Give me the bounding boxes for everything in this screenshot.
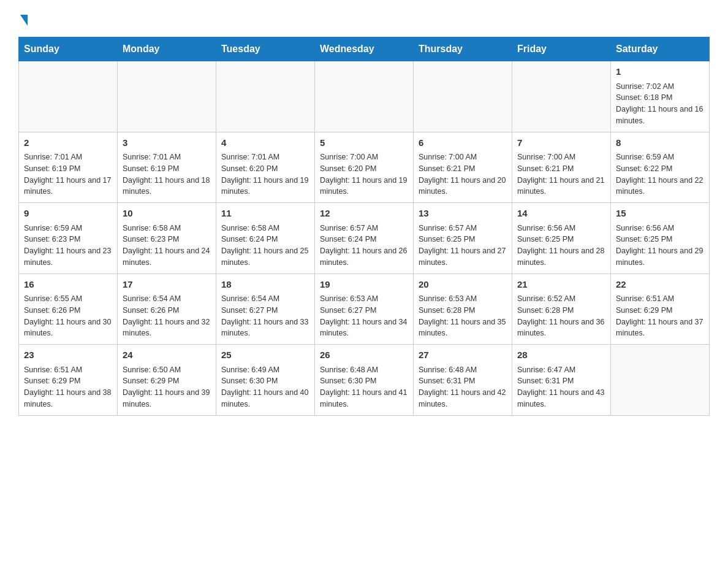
day-info: Sunrise: 7:00 AM Sunset: 6:21 PM Dayligh… — [517, 151, 605, 197]
day-number: 17 — [123, 278, 211, 292]
day-number: 22 — [616, 278, 704, 292]
weekday-header-row: SundayMondayTuesdayWednesdayThursdayFrid… — [19, 37, 710, 61]
calendar-cell: 28Sunrise: 6:47 AM Sunset: 6:31 PM Dayli… — [512, 345, 611, 416]
day-number: 8 — [616, 136, 704, 150]
calendar-cell: 17Sunrise: 6:54 AM Sunset: 6:26 PM Dayli… — [118, 274, 216, 345]
calendar-cell — [512, 61, 611, 132]
day-info: Sunrise: 7:00 AM Sunset: 6:20 PM Dayligh… — [320, 151, 408, 197]
calendar-cell: 10Sunrise: 6:58 AM Sunset: 6:23 PM Dayli… — [118, 203, 216, 274]
day-number: 16 — [24, 278, 112, 292]
day-info: Sunrise: 6:54 AM Sunset: 6:26 PM Dayligh… — [123, 293, 211, 339]
day-number: 23 — [24, 348, 112, 362]
day-info: Sunrise: 6:59 AM Sunset: 6:22 PM Dayligh… — [616, 151, 704, 197]
weekday-header-sunday: Sunday — [19, 37, 118, 61]
calendar-cell: 22Sunrise: 6:51 AM Sunset: 6:29 PM Dayli… — [611, 274, 710, 345]
calendar-cell: 4Sunrise: 7:01 AM Sunset: 6:20 PM Daylig… — [216, 132, 315, 203]
day-number: 11 — [221, 207, 309, 221]
day-info: Sunrise: 6:52 AM Sunset: 6:28 PM Dayligh… — [517, 293, 605, 339]
calendar-cell: 5Sunrise: 7:00 AM Sunset: 6:20 PM Daylig… — [315, 132, 414, 203]
calendar-cell: 16Sunrise: 6:55 AM Sunset: 6:26 PM Dayli… — [19, 274, 118, 345]
day-info: Sunrise: 6:57 AM Sunset: 6:25 PM Dayligh… — [419, 223, 507, 269]
calendar-cell: 14Sunrise: 6:56 AM Sunset: 6:25 PM Dayli… — [512, 203, 611, 274]
calendar-cell: 23Sunrise: 6:51 AM Sunset: 6:29 PM Dayli… — [19, 345, 118, 416]
day-number: 5 — [320, 136, 408, 150]
day-number: 18 — [221, 278, 309, 292]
calendar-cell: 25Sunrise: 6:49 AM Sunset: 6:30 PM Dayli… — [216, 345, 315, 416]
calendar-cell: 15Sunrise: 6:56 AM Sunset: 6:25 PM Dayli… — [611, 203, 710, 274]
day-info: Sunrise: 6:51 AM Sunset: 6:29 PM Dayligh… — [616, 293, 704, 339]
calendar-cell: 24Sunrise: 6:50 AM Sunset: 6:29 PM Dayli… — [118, 345, 216, 416]
calendar-cell: 2Sunrise: 7:01 AM Sunset: 6:19 PM Daylig… — [19, 132, 118, 203]
day-info: Sunrise: 6:57 AM Sunset: 6:24 PM Dayligh… — [320, 223, 408, 269]
day-info: Sunrise: 6:59 AM Sunset: 6:23 PM Dayligh… — [24, 223, 112, 269]
calendar-table: SundayMondayTuesdayWednesdayThursdayFrid… — [18, 37, 710, 416]
week-row-2: 9Sunrise: 6:59 AM Sunset: 6:23 PM Daylig… — [19, 203, 710, 274]
calendar-cell: 26Sunrise: 6:48 AM Sunset: 6:30 PM Dayli… — [315, 345, 414, 416]
day-number: 6 — [419, 136, 507, 150]
day-number: 27 — [419, 348, 507, 362]
logo — [18, 12, 28, 25]
calendar-cell: 8Sunrise: 6:59 AM Sunset: 6:22 PM Daylig… — [611, 132, 710, 203]
day-number: 14 — [517, 207, 605, 221]
calendar-cell: 27Sunrise: 6:48 AM Sunset: 6:31 PM Dayli… — [414, 345, 512, 416]
day-number: 1 — [616, 65, 704, 79]
week-row-3: 16Sunrise: 6:55 AM Sunset: 6:26 PM Dayli… — [19, 274, 710, 345]
calendar-cell: 12Sunrise: 6:57 AM Sunset: 6:24 PM Dayli… — [315, 203, 414, 274]
day-info: Sunrise: 6:56 AM Sunset: 6:25 PM Dayligh… — [517, 223, 605, 269]
day-info: Sunrise: 7:01 AM Sunset: 6:20 PM Dayligh… — [221, 151, 309, 197]
day-number: 3 — [123, 136, 211, 150]
day-info: Sunrise: 6:58 AM Sunset: 6:24 PM Dayligh… — [221, 223, 309, 269]
day-info: Sunrise: 6:54 AM Sunset: 6:27 PM Dayligh… — [221, 293, 309, 339]
day-info: Sunrise: 6:51 AM Sunset: 6:29 PM Dayligh… — [24, 364, 112, 410]
weekday-header-tuesday: Tuesday — [216, 37, 315, 61]
calendar-cell: 9Sunrise: 6:59 AM Sunset: 6:23 PM Daylig… — [19, 203, 118, 274]
day-info: Sunrise: 6:49 AM Sunset: 6:30 PM Dayligh… — [221, 364, 309, 410]
day-number: 26 — [320, 348, 408, 362]
week-row-1: 2Sunrise: 7:01 AM Sunset: 6:19 PM Daylig… — [19, 132, 710, 203]
calendar-cell — [216, 61, 315, 132]
day-info: Sunrise: 6:48 AM Sunset: 6:30 PM Dayligh… — [320, 364, 408, 410]
calendar-cell: 7Sunrise: 7:00 AM Sunset: 6:21 PM Daylig… — [512, 132, 611, 203]
logo-arrow-icon — [20, 15, 28, 26]
calendar-cell: 3Sunrise: 7:01 AM Sunset: 6:19 PM Daylig… — [118, 132, 216, 203]
day-info: Sunrise: 6:56 AM Sunset: 6:25 PM Dayligh… — [616, 223, 704, 269]
calendar-cell: 13Sunrise: 6:57 AM Sunset: 6:25 PM Dayli… — [414, 203, 512, 274]
day-number: 13 — [419, 207, 507, 221]
day-info: Sunrise: 7:00 AM Sunset: 6:21 PM Dayligh… — [419, 151, 507, 197]
week-row-4: 23Sunrise: 6:51 AM Sunset: 6:29 PM Dayli… — [19, 345, 710, 416]
day-info: Sunrise: 6:47 AM Sunset: 6:31 PM Dayligh… — [517, 364, 605, 410]
calendar-cell: 20Sunrise: 6:53 AM Sunset: 6:28 PM Dayli… — [414, 274, 512, 345]
calendar-cell — [414, 61, 512, 132]
day-number: 7 — [517, 136, 605, 150]
calendar-cell — [19, 61, 118, 132]
day-number: 25 — [221, 348, 309, 362]
calendar-cell: 1Sunrise: 7:02 AM Sunset: 6:18 PM Daylig… — [611, 61, 710, 132]
day-number: 21 — [517, 278, 605, 292]
day-number: 12 — [320, 207, 408, 221]
weekday-header-friday: Friday — [512, 37, 611, 61]
page-header — [18, 12, 710, 25]
day-info: Sunrise: 6:50 AM Sunset: 6:29 PM Dayligh… — [123, 364, 211, 410]
day-number: 2 — [24, 136, 112, 150]
calendar-cell — [315, 61, 414, 132]
calendar-cell: 19Sunrise: 6:53 AM Sunset: 6:27 PM Dayli… — [315, 274, 414, 345]
day-info: Sunrise: 6:55 AM Sunset: 6:26 PM Dayligh… — [24, 293, 112, 339]
day-info: Sunrise: 6:58 AM Sunset: 6:23 PM Dayligh… — [123, 223, 211, 269]
day-number: 24 — [123, 348, 211, 362]
day-info: Sunrise: 6:53 AM Sunset: 6:27 PM Dayligh… — [320, 293, 408, 339]
day-number: 10 — [123, 207, 211, 221]
calendar-cell: 18Sunrise: 6:54 AM Sunset: 6:27 PM Dayli… — [216, 274, 315, 345]
week-row-0: 1Sunrise: 7:02 AM Sunset: 6:18 PM Daylig… — [19, 61, 710, 132]
day-number: 28 — [517, 348, 605, 362]
day-info: Sunrise: 6:53 AM Sunset: 6:28 PM Dayligh… — [419, 293, 507, 339]
day-info: Sunrise: 7:01 AM Sunset: 6:19 PM Dayligh… — [24, 151, 112, 197]
day-info: Sunrise: 7:01 AM Sunset: 6:19 PM Dayligh… — [123, 151, 211, 197]
day-number: 9 — [24, 207, 112, 221]
day-number: 15 — [616, 207, 704, 221]
weekday-header-saturday: Saturday — [611, 37, 710, 61]
calendar-cell: 21Sunrise: 6:52 AM Sunset: 6:28 PM Dayli… — [512, 274, 611, 345]
calendar-cell: 6Sunrise: 7:00 AM Sunset: 6:21 PM Daylig… — [414, 132, 512, 203]
day-info: Sunrise: 7:02 AM Sunset: 6:18 PM Dayligh… — [616, 81, 704, 127]
calendar-cell: 11Sunrise: 6:58 AM Sunset: 6:24 PM Dayli… — [216, 203, 315, 274]
day-number: 4 — [221, 136, 309, 150]
